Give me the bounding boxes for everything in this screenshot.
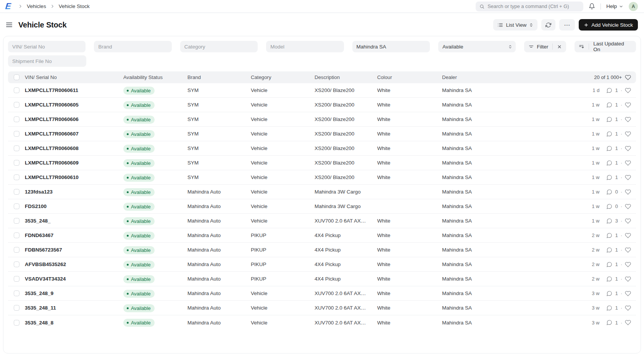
heart-icon[interactable] [625,174,631,181]
view-switcher-button[interactable]: List View [493,19,537,31]
heart-icon[interactable] [625,145,631,152]
heart-icon[interactable] [625,218,631,224]
heart-icon[interactable] [625,160,631,166]
comment-icon[interactable] [606,203,612,210]
sort-direction-button[interactable] [575,41,589,52]
more-options-button[interactable]: ⋯ [559,19,575,31]
row-checkbox[interactable] [14,189,19,195]
sort-field-button[interactable]: Last Updated On [589,41,636,52]
table-row[interactable]: FDND63467AvailableMahindra AutoPIKUP4X4 … [8,228,636,243]
table-row[interactable]: VSADV34T34324AvailableMahindra AutoPIKUP… [8,272,636,286]
shipment-file-filter-input[interactable] [8,55,86,67]
table-row[interactable]: LXMPCLLT7R0060605AvailableSYMVehicleXS20… [8,98,636,112]
row-vin[interactable]: FDBN56723567 [25,247,123,253]
heart-icon[interactable] [625,261,631,268]
table-row[interactable]: LXMPCLLT7R0060607AvailableSYMVehicleXS20… [8,127,636,141]
row-vin[interactable]: 123fdsa123 [25,189,123,195]
row-checkbox[interactable] [14,87,19,93]
table-row[interactable]: FDBN56723567AvailableMahindra AutoPIKUP4… [8,243,636,257]
comment-icon[interactable] [606,131,612,137]
row-checkbox[interactable] [14,116,19,122]
comment-icon[interactable] [606,290,612,297]
column-header-category[interactable]: Category [251,74,315,80]
heart-icon[interactable] [625,131,631,137]
table-row[interactable]: LXMPCLLT7R0060608AvailableSYMVehicleXS20… [8,141,636,156]
table-row[interactable]: LXMPCLLT7R0060610AvailableSYMVehicleXS20… [8,170,636,185]
column-header-dealer[interactable]: Dealer [442,74,555,80]
heart-icon[interactable] [625,276,631,282]
row-vin[interactable]: 3535_248_11 [25,305,123,311]
breadcrumb-vehicles[interactable]: Vehicles [27,3,46,9]
table-row[interactable]: 3535_248_9AvailableMahindra AutoVehicleX… [8,286,636,301]
row-checkbox[interactable] [14,305,19,311]
heart-icon[interactable] [625,189,631,195]
row-vin[interactable]: LXMPCLLT7R0060606 [25,116,123,122]
row-checkbox[interactable] [14,131,19,137]
comment-icon[interactable] [606,87,612,94]
clear-filter-button[interactable] [553,41,566,52]
add-vehicle-stock-button[interactable]: Add Vehicle Stock [579,19,638,31]
row-checkbox[interactable] [14,174,19,180]
table-row[interactable]: FDS2100AvailableMahindra AutoVehicleMahi… [8,199,636,214]
row-checkbox[interactable] [14,290,19,296]
heart-icon[interactable] [625,290,631,297]
app-logo[interactable]: E [5,2,12,11]
heart-icon[interactable] [625,232,631,239]
row-vin[interactable]: 3535_248_8 [25,320,123,326]
comment-icon[interactable] [606,174,612,181]
comment-icon[interactable] [606,218,612,224]
category-filter-input[interactable] [180,41,258,52]
row-checkbox[interactable] [14,203,19,209]
notifications-button[interactable] [589,3,595,10]
table-row[interactable]: LXMPCLLT7R0060611AvailableSYMVehicleXS20… [8,83,636,98]
row-vin[interactable]: FDND63467 [25,232,123,238]
row-checkbox[interactable] [14,276,19,282]
column-header-description[interactable]: Description [315,74,377,80]
column-header-brand[interactable]: Brand [187,74,251,80]
row-vin[interactable]: LXMPCLLT7R0060605 [25,102,123,108]
select-all-checkbox[interactable] [14,74,19,80]
user-avatar[interactable]: A [629,2,638,11]
model-filter-input[interactable] [266,41,344,52]
comment-icon[interactable] [606,232,612,239]
row-checkbox[interactable] [14,218,19,224]
vin-filter-input[interactable] [8,41,86,52]
search-input[interactable] [487,3,579,9]
comment-icon[interactable] [606,320,612,326]
heart-icon[interactable] [625,320,631,326]
heart-icon[interactable] [625,203,631,210]
column-header-colour[interactable]: Colour [377,74,442,80]
breadcrumb-vehicle-stock[interactable]: Vehicle Stock [59,3,90,9]
heart-icon[interactable] [625,247,631,253]
table-row[interactable]: 123fdsa123AvailableMahindra AutoVehicleM… [8,185,636,199]
row-vin[interactable]: 3535_248_ [25,218,123,224]
column-header-vin[interactable]: VIN/ Serial No [25,74,123,80]
status-filter-select[interactable]: Available [438,41,516,52]
row-vin[interactable]: LXMPCLLT7R0060611 [25,87,123,93]
row-vin[interactable]: 3535_248_9 [25,290,123,296]
column-header-status[interactable]: Availability Status [123,74,187,80]
row-checkbox[interactable] [14,145,19,151]
row-vin[interactable]: VSADV34T34324 [25,276,123,282]
table-row[interactable]: LXMPCLLT7R0060606AvailableSYMVehicleXS20… [8,112,636,127]
filter-button[interactable]: Filter [524,41,552,52]
heart-icon[interactable] [625,102,631,108]
row-vin[interactable]: LXMPCLLT7R0060609 [25,160,123,166]
row-vin[interactable]: AFVBSB4535262 [25,261,123,267]
row-checkbox[interactable] [14,102,19,108]
help-menu[interactable]: Help [606,3,623,9]
refresh-button[interactable] [541,19,555,31]
row-checkbox[interactable] [14,247,19,253]
comment-icon[interactable] [606,116,612,123]
comment-icon[interactable] [606,145,612,152]
comment-icon[interactable] [606,247,612,253]
comment-icon[interactable] [606,160,612,166]
row-checkbox[interactable] [14,261,19,267]
sidebar-toggle-icon[interactable] [5,22,13,28]
comment-icon[interactable] [606,189,612,195]
row-checkbox[interactable] [14,232,19,238]
row-vin[interactable]: FDS2100 [25,203,123,209]
row-checkbox[interactable] [14,320,19,326]
comment-icon[interactable] [606,261,612,268]
heart-icon[interactable] [625,74,631,81]
